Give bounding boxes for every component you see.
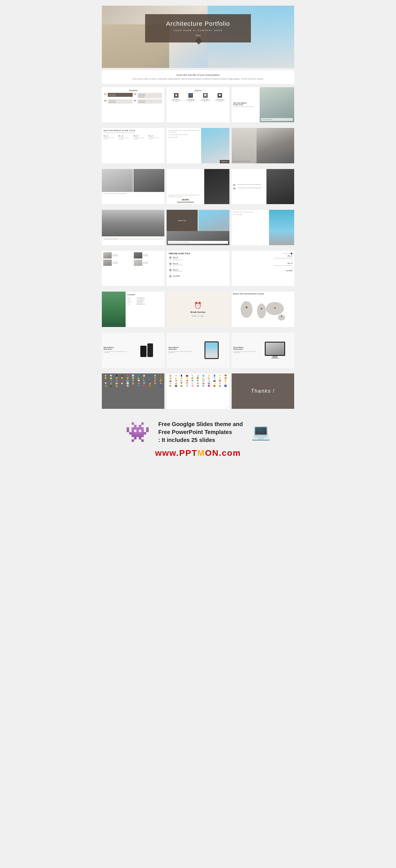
phone-device [140, 346, 146, 357]
world-map-title: WORLD MAP INFOGRAPHIC SLIDES [233, 293, 293, 295]
svg-point-5 [261, 308, 262, 309]
slides-row-8: 🏠 📧 📱 💼 🔧 📊 🌐 📋 👤 ⭐ ❤️ 🔔 📁 🔑 💡 🎨 [102, 373, 294, 408]
project-slide: project name Lorem ipsum dolor sit amet … [167, 210, 229, 245]
svg-point-0 [240, 301, 252, 318]
svg-point-6 [274, 307, 275, 309]
contents-title: Contents [104, 89, 162, 91]
about-slide: Lorem ipsum dolor sit amet consectetur a… [167, 128, 229, 163]
tablet-device [204, 341, 219, 359]
project-label: project name [178, 220, 187, 221]
monitor-base [271, 358, 279, 359]
contents-item-3: 03 Lorem ipsumdolor sit ametconsectetur [134, 93, 162, 98]
footer-computer-icon: 💻 [251, 424, 271, 440]
arch-full-slide: Lorem ipsum dolor sit amet [102, 210, 164, 245]
contents-slide: Contents 01 Lorem ipsumdolor sit amet 03… [102, 87, 164, 122]
page-wrapper: Architecture Portfolio YOUR NAME or COMP… [99, 0, 297, 469]
monitor-stand [272, 356, 277, 358]
agenda-items: Lorem ipsumLorem ipsum dolor sit amet co… [169, 99, 227, 102]
slides-row-5: Lorem ipsumdolor sit amet Lorem ipsumdol… [102, 251, 294, 286]
portfolio-blue-slide: Lorem ipsum dolor sit amet consectetur L… [232, 210, 294, 245]
break-icon: ⏰ [194, 302, 202, 309]
svg-point-4 [245, 307, 247, 308]
subtitle-desc: Lorem ipsum dolor sit amet, consectetur … [107, 78, 289, 81]
thanks-text: Thanks ! [251, 388, 275, 394]
work-label: WORK [168, 198, 202, 201]
hero-year: 20xx [151, 34, 245, 37]
about-label: About me [220, 160, 229, 163]
section-break-slide-2: SECTION BREAK SLIDE TITLE Lorem ipsum do… [102, 128, 164, 163]
hero-subtitle: YOUR NAME or COMPANY NAME [151, 29, 245, 32]
agenda-slide: Agenda 📋 🌐 📊 💬 Lorem ipsumLorem ipsum do… [167, 87, 229, 122]
break-section-title: Break Section [190, 311, 205, 313]
timeline-2-slide: Lorem ipsum 20xx, 01 Lorem ipsum dolor s… [232, 251, 294, 286]
timeline-slide: TIMELINE SLIDE TITLE 20xx, 01 Lorem ipsu… [167, 251, 229, 286]
slides-row-3: Lorem ipsum dolor sit amet consectetur a… [102, 169, 294, 204]
agenda-title: Agenda [169, 89, 227, 91]
desktop-slide: Title text Block &Desktop project Lorem … [232, 333, 294, 368]
tablet-slide: Title text Block &Tablet project Lorem i… [167, 333, 229, 368]
slides-row-1: Contents 01 Lorem ipsumdolor sit amet 03… [102, 87, 294, 122]
subtitle-main: Insert the sub title of your presentatio… [107, 73, 289, 76]
mobile-slide: Title text Block &Mobile project Lorem i… [102, 333, 164, 368]
section-break-slide-1: SECTION BREAKSLIDE TITLE Lorem ipsum dol… [232, 87, 294, 122]
svg-point-3 [278, 314, 285, 320]
subtitle-section: Insert the sub title of your presentatio… [102, 70, 294, 84]
footer: 👾 Free Googlge Slides theme and Free Pow… [102, 414, 294, 463]
thanks-slide: Thanks ! [232, 373, 294, 408]
footer-headline: Free Googlge Slides theme and Free Power… [158, 420, 243, 444]
arch-columns-slide: Lorem ipsum dolor sit amet consectetur [232, 128, 294, 163]
icons-light-slide: 🏠 📧 📱 💼 🔧 📊 🌐 📋 👤 ⭐ ❤️ 🔔 📁 🔑 💡 🎨 [167, 373, 229, 408]
slides-row-6: Contact WebsiteYour website here Address… [102, 291, 294, 327]
svg-point-1 [257, 304, 266, 318]
hero-title: Architecture Portfolio [151, 20, 245, 28]
agenda-icons: 📋 🌐 📊 💬 [169, 93, 227, 98]
hero-overlay: Architecture Portfolio YOUR NAME or COMP… [145, 14, 251, 42]
footer-monster-icon: 👾 [125, 422, 150, 442]
slides-row-4: Lorem ipsum dolor sit amet project name … [102, 210, 294, 245]
break-section-sub: GoSlide / Go sligan [192, 315, 204, 317]
hero-slide: Architecture Portfolio YOUR NAME or COMP… [102, 6, 294, 68]
svg-point-7 [281, 316, 282, 317]
contact-slide: Contact WebsiteYour website here Address… [102, 291, 164, 327]
slides-row-7: Title text Block &Mobile project Lorem i… [102, 333, 294, 368]
numbered-slide: 01 Lorem ipsum dolor sit amet consectetu… [232, 169, 294, 204]
slides-row-2: SECTION BREAK SLIDE TITLE Lorem ipsum do… [102, 128, 294, 163]
icons-dark-slide: 🏠 📧 📱 💼 🔧 📊 🌐 📋 👤 ⭐ ❤️ 🔔 📁 🔑 💡 🎨 [102, 373, 164, 408]
contents-item-2: 02 Lorem ipsumdolor sit amet [104, 99, 133, 103]
world-map-slide: WORLD MAP INFOGRAPHIC SLIDES [232, 291, 294, 327]
timeline-title: TIMELINE SLIDE TITLE [168, 252, 227, 254]
world-map-svg [233, 296, 293, 326]
contents-item-4: 04 Lorem ipsumdolor sit amet [134, 99, 162, 103]
contact-title: Contact [127, 293, 163, 296]
gallery-slide: Lorem ipsumdolor sit amet Lorem ipsumdol… [102, 251, 164, 286]
break-section-slide: ⏰ Break Section GoSlide / Go sligan [167, 291, 229, 327]
footer-url: www.PPTMON.com [105, 448, 291, 458]
section-title-2: SECTION BREAK SLIDE TITLE [103, 130, 163, 131]
phone-device-2 [147, 343, 153, 357]
section-break-title-1: SECTION BREAKSLIDE TITLE [233, 102, 258, 105]
work-slide: Lorem ipsum dolor sit amet consectetur a… [167, 169, 229, 204]
three-images-slide: Lorem ipsum dolor sit amet consectetur a… [102, 169, 164, 204]
contents-item-1: 01 Lorem ipsumdolor sit amet [104, 93, 133, 98]
monitor-device [265, 342, 285, 356]
